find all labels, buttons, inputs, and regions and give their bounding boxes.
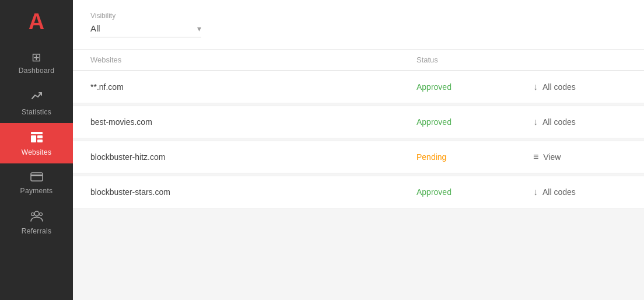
action-label: All codes [542,117,576,127]
status-badge: Approved [416,187,533,197]
filter-section: Visibility All ▾ [73,0,644,50]
action-label: All codes [542,82,576,92]
action-all-codes[interactable]: ↓ All codes [533,82,626,92]
sidebar-label-websites: Websites [22,148,52,156]
chevron-down-icon: ▾ [197,24,201,33]
svg-rect-2 [37,135,43,138]
list-icon: ≡ [533,152,538,162]
sidebar: A ⊞ Dashboard Statistics Websites [0,0,73,300]
download-icon: ↓ [533,82,538,92]
filter-value: All [90,23,197,33]
action-label: All codes [542,187,576,197]
row-divider [73,138,644,139]
row-divider [73,173,644,175]
logo: A [0,0,73,43]
row-divider [73,103,644,104]
download-icon: ↓ [533,187,538,197]
svg-point-7 [31,213,34,216]
sidebar-label-dashboard: Dashboard [19,67,54,75]
action-view[interactable]: ≡ View [533,152,626,162]
table-header: Websites Status [73,50,644,71]
visibility-select[interactable]: All ▾ [90,23,201,37]
main-content: Visibility All ▾ Websites Status **.nf.c… [73,0,644,300]
action-all-codes[interactable]: ↓ All codes [533,187,626,197]
sidebar-item-statistics[interactable]: Statistics [0,82,73,123]
sidebar-item-websites[interactable]: Websites [0,123,73,163]
statistics-icon [30,90,43,104]
svg-rect-1 [31,135,36,142]
sidebar-label-referrals: Referrals [22,227,51,235]
svg-rect-4 [31,173,43,181]
table-row: blockbuster-hitz.com Pending ≡ View [73,141,644,173]
svg-point-8 [39,213,42,216]
payments-icon [30,172,43,183]
download-icon: ↓ [533,117,538,127]
website-cell: blockbuster-hitz.com [90,152,416,162]
sidebar-label-statistics: Statistics [22,108,51,116]
sidebar-item-referrals[interactable]: Referrals [0,202,73,242]
sidebar-item-payments[interactable]: Payments [0,163,73,202]
table-body: **.nf.com Approved ↓ All codes best-movi… [73,71,644,208]
svg-rect-5 [31,175,43,176]
table-row: best-movies.com Approved ↓ All codes [73,106,644,138]
filter-label: Visibility [90,12,626,20]
action-all-codes[interactable]: ↓ All codes [533,117,626,127]
table-row: **.nf.com Approved ↓ All codes [73,71,644,103]
website-cell: best-movies.com [90,117,416,127]
website-cell: blockbuster-stars.com [90,187,416,197]
sidebar-item-dashboard[interactable]: ⊞ Dashboard [0,43,73,82]
action-label: View [543,152,561,162]
svg-point-6 [34,211,39,216]
websites-icon [30,131,43,145]
column-header-websites: Websites [90,55,416,64]
sidebar-label-payments: Payments [20,187,53,195]
svg-rect-0 [31,132,43,134]
status-badge: Approved [416,82,533,92]
dashboard-icon: ⊞ [32,51,41,63]
website-cell: **.nf.com [90,82,416,92]
status-badge: Approved [416,117,533,127]
svg-rect-3 [37,139,43,142]
referrals-icon [30,210,43,224]
status-badge: Pending [416,152,533,162]
table-row: blockbuster-stars.com Approved ↓ All cod… [73,176,644,208]
logo-letter: A [29,11,44,33]
column-header-status: Status [416,55,533,64]
